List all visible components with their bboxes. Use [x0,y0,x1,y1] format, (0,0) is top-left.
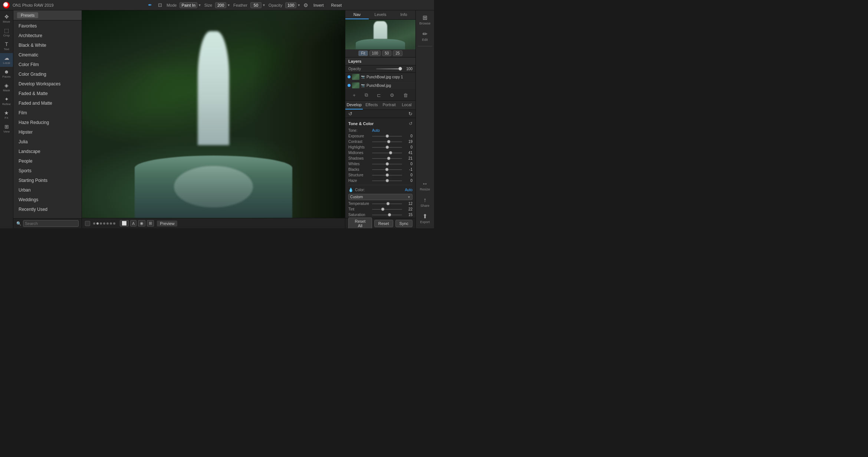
saturation-slider[interactable] [372,215,402,215]
sync-button[interactable]: Sync [395,220,412,227]
contrast-slider[interactable] [372,141,402,142]
settings-layer-btn[interactable]: ⚙ [389,92,395,99]
layer-thumb-1 [352,74,359,80]
reset-button[interactable]: Reset [329,2,344,8]
gear-button[interactable]: ⚙ [303,2,308,8]
midtones-slider[interactable] [372,153,402,153]
sidebar-item-local[interactable]: ☁ Local [0,53,13,67]
preset-starting-points[interactable]: Starting Points [13,176,82,185]
layer-item-1[interactable]: 📷 PunchBowl.jpg copy 1 [345,73,415,81]
search-input[interactable] [23,220,79,227]
develop-scroll[interactable]: Tone & Color ↺ Tone: Auto Exposure 0 [345,118,415,218]
preset-landscape[interactable]: Landscape [13,147,82,156]
preset-julia[interactable]: Julia [13,137,82,147]
tone-auto-btn[interactable]: Auto [372,128,380,133]
zoom-50-btn[interactable]: 50 [382,50,391,56]
tone-color-reset-btn[interactable]: ↺ [409,121,412,126]
shadows-slider[interactable] [372,158,402,159]
merge-layer-btn[interactable]: ⊏ [376,92,382,99]
sidebar-item-faces[interactable]: ☻ Faces [0,67,13,81]
preview-checkbox[interactable] [85,221,90,226]
tab-local[interactable]: Local [398,101,415,110]
undo-button[interactable]: ↺ [348,111,352,117]
preset-architecture[interactable]: Architecture [13,31,82,40]
opacity-value: 100 [404,67,412,71]
tab-levels[interactable]: Levels [369,10,392,19]
view-grid-btn[interactable]: ⊞ [147,220,154,226]
preset-faded-and-matte[interactable]: Faded and Matte [13,98,82,108]
mode-dropdown[interactable]: Paint In ▼ [180,2,201,8]
preset-cinematic[interactable]: Cinematic [13,50,82,60]
preset-film[interactable]: Film [13,108,82,118]
preset-urban[interactable]: Urban [13,185,82,195]
preset-color-film[interactable]: Color Film [13,60,82,69]
invert-button[interactable]: Invert [311,2,326,8]
tab-develop[interactable]: Develop [345,101,363,110]
structure-slider[interactable] [372,175,402,176]
preset-hipster[interactable]: Hipster [13,127,82,137]
image-canvas[interactable] [82,10,345,218]
opacity-label: Opacity [269,3,282,7]
view-compare-btn[interactable]: ◉ [138,220,145,226]
reset-all-button[interactable]: Reset All [348,218,372,229]
feather-dropdown[interactable]: 50 ▼ [250,2,266,8]
preset-develop-workspaces[interactable]: Develop Workspaces [13,79,82,89]
edit-icon: ✏ [423,31,427,37]
view-text-btn[interactable]: A [130,220,137,226]
temperature-slider[interactable] [372,203,402,204]
sidebar-item-fx[interactable]: ★ FX [0,108,13,122]
exposure-slider[interactable] [372,136,402,137]
opacity-dropdown[interactable]: 100 ▼ [285,2,300,8]
whites-slider[interactable] [372,164,402,164]
preset-faded-matte[interactable]: Faded & Matte [13,89,82,98]
zoom-100-btn[interactable]: 100 [369,50,381,56]
color-mode-dropdown[interactable]: Custom ▼ [348,194,412,200]
eraser-tool-icon[interactable]: ⊡ [157,1,164,9]
tab-effects[interactable]: Effects [363,101,380,110]
opacity-slider[interactable] [376,68,402,69]
haze-slider[interactable] [372,180,402,181]
view-single-btn[interactable]: ⬜ [120,220,129,226]
preset-haze-reducing[interactable]: Haze Reducing [13,118,82,127]
preset-favorites[interactable]: Favorites [13,21,82,31]
color-auto-label[interactable]: Auto [405,188,412,192]
sidebar-item-move[interactable]: ✥ Move [0,12,13,26]
far-right-browse[interactable]: ⊞ Browse [416,12,434,28]
layer-item-2[interactable]: 📷 PunchBowl.jpg [345,81,415,90]
zoom-fit-btn[interactable]: Fit [358,50,368,56]
paint-tool-icon[interactable]: ✒ [147,1,154,9]
size-dropdown[interactable]: 200 ▼ [215,2,230,8]
tone-label: Tone: [348,128,371,133]
blacks-slider[interactable] [372,169,402,170]
opacity-value: 100 [285,2,296,8]
preset-people[interactable]: People [13,156,82,166]
reset-button[interactable]: Reset [374,220,393,227]
add-layer-btn[interactable]: + [352,92,356,99]
far-right-share[interactable]: ↑ Share [416,194,434,210]
sidebar-item-view[interactable]: ⊞ View [0,122,13,136]
preset-black-white[interactable]: Black & White [13,40,82,50]
delete-layer-btn[interactable]: 🗑 [402,92,409,99]
sidebar-item-mask[interactable]: ◈ Mask [0,81,13,94]
tab-nav[interactable]: Nav [345,10,369,19]
zoom-25-btn[interactable]: 25 [393,50,402,56]
far-right-resize[interactable]: ↔ Resize [416,178,434,194]
redo-button[interactable]: ↻ [408,111,412,117]
sidebar-item-text[interactable]: T Text [0,39,13,53]
sidebar-item-crop[interactable]: ⬚ Crop [0,26,13,39]
preset-sports[interactable]: Sports [13,166,82,176]
preset-recently-used[interactable]: Recently Used [13,205,82,214]
tab-info[interactable]: Info [392,10,415,19]
presets-tab-label[interactable]: Presets [17,12,38,18]
far-right-edit[interactable]: ✏ Edit [416,28,434,45]
tint-slider[interactable] [372,209,402,210]
duplicate-layer-btn[interactable]: ⧉ [364,91,369,99]
midtones-value: 41 [404,151,412,155]
far-right-export[interactable]: ⬆ Export [416,210,434,227]
preview-label[interactable]: Preview [157,221,177,226]
preset-weddings[interactable]: Weddings [13,195,82,205]
preset-color-grading[interactable]: Color Grading [13,69,82,79]
tab-portrait[interactable]: Portrait [381,101,398,110]
sidebar-item-refine[interactable]: ✦ Refine [0,94,13,108]
highlights-slider[interactable] [372,147,402,148]
